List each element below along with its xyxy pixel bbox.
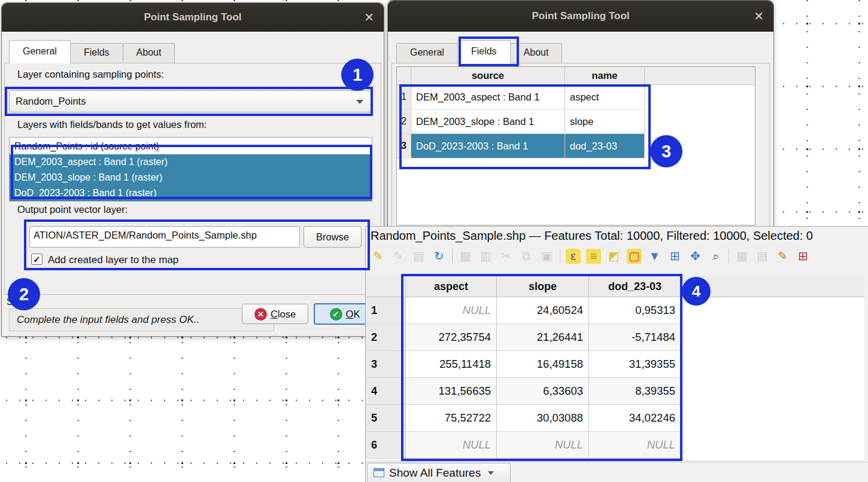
select-by-expression-icon[interactable]: ε xyxy=(566,249,581,264)
layer-list-item[interactable]: DEM_2003_slope : Band 1 (raster) xyxy=(10,170,372,185)
tab-fields[interactable]: Fields xyxy=(457,40,511,63)
dialog-title: Point Sampling Tool xyxy=(532,10,629,22)
row-number[interactable]: 4 xyxy=(366,378,406,405)
row-number[interactable]: 1 xyxy=(397,85,411,109)
pan-to-selection-icon[interactable]: ✥ xyxy=(688,249,703,264)
status-message: Complete the input fields and press OK.. xyxy=(9,308,274,331)
fields-table-row[interactable]: 2DEM_2003_slope : Band 1slope xyxy=(397,109,755,134)
value-cell[interactable]: 30,03088 xyxy=(497,405,589,432)
layer-list-item[interactable]: DoD_2023-2003 : Band 1 (raster) xyxy=(10,185,372,201)
layers-listbox: Random_Points : id (source point)DEM_200… xyxy=(9,137,372,202)
name-cell[interactable]: aspect xyxy=(565,85,645,109)
ok-green-icon: ✓ xyxy=(330,308,342,321)
output-path-input[interactable]: ATION/ASTER_DEM/Random_Points_Sample.shp xyxy=(29,226,300,248)
add-layer-checkbox[interactable]: ✓ xyxy=(31,254,43,265)
status-label: Status: xyxy=(7,297,37,307)
attribute-table-toolbar: ✎✎▤↻▦▥✂⧉▣ε≡◩▢▼⊞✥⌕▦▤✎⊞ xyxy=(371,246,811,266)
sampling-layer-combo[interactable]: Random_Points xyxy=(9,90,371,112)
fields-table-row[interactable]: 3DoD_2023-2003 : Band 1dod_23-03 xyxy=(397,134,755,158)
value-cell[interactable]: 34,02246 xyxy=(589,405,681,432)
tab-fields[interactable]: Fields xyxy=(70,43,123,63)
filter-icon[interactable]: ▼ xyxy=(647,249,662,264)
row-number[interactable]: 5 xyxy=(366,405,406,432)
fields-table-header: source name xyxy=(397,67,755,85)
field-calculator-icon[interactable]: ⊞ xyxy=(796,249,811,264)
paste-icon: ▣ xyxy=(539,249,554,264)
layer-list-item[interactable]: Random_Points : id (source point) xyxy=(10,139,372,154)
dialog-title: Point Sampling Tool xyxy=(144,11,241,23)
show-all-features-button[interactable]: Show All Features xyxy=(367,463,511,482)
tab-about[interactable]: About xyxy=(123,43,175,63)
tab-general[interactable]: General xyxy=(396,43,458,63)
value-cell[interactable]: 131,56635 xyxy=(406,378,497,405)
value-cell[interactable]: 16,49158 xyxy=(497,351,589,378)
value-cell[interactable]: 8,39355 xyxy=(589,378,681,405)
close-button[interactable]: ✕ Close xyxy=(242,304,308,324)
dialog-titlebar[interactable]: Point Sampling Tool ✕ xyxy=(388,1,773,32)
close-icon[interactable]: ✕ xyxy=(754,10,764,22)
deselect-all-icon[interactable]: ▢ xyxy=(627,249,642,264)
column-header-aspect[interactable]: aspect xyxy=(406,276,497,297)
save-edits-icon: ▤ xyxy=(411,249,426,264)
toolbar-separator xyxy=(452,249,453,263)
attribute-table-row[interactable]: 2272,3575421,26441-5,71484 xyxy=(366,324,864,351)
attribute-table-bottombar: Show All Features xyxy=(366,462,868,482)
open-field-form-icon[interactable]: ✎ xyxy=(775,249,790,264)
column-header-slope[interactable]: slope xyxy=(497,276,589,297)
attribute-table-header: aspect slope dod_23-03 xyxy=(366,276,864,297)
invert-selection-icon[interactable]: ◩ xyxy=(606,249,621,264)
attribute-table: aspect slope dod_23-03 1NULL24,605240,95… xyxy=(366,276,864,460)
add-layer-checkbox-label: Add created layer to the map xyxy=(48,254,178,266)
delete-selected-icon: ▥ xyxy=(478,249,493,264)
table-icon xyxy=(374,468,384,477)
toolbar-separator xyxy=(560,249,560,263)
fields-table-row[interactable]: 1DEM_2003_aspect : Band 1aspect xyxy=(397,85,755,109)
value-cell[interactable]: 21,26441 xyxy=(497,324,589,351)
value-cell[interactable]: 255,11418 xyxy=(406,351,497,378)
zoom-to-selection-icon[interactable]: ⌕ xyxy=(708,249,723,264)
value-cell[interactable]: 24,60524 xyxy=(497,297,589,324)
value-cell[interactable]: 31,39355 xyxy=(589,351,681,378)
row-number[interactable]: 2 xyxy=(366,324,406,351)
dialog-titlebar[interactable]: Point Sampling Tool ✕ xyxy=(2,3,384,32)
fields-table: source name 1DEM_2003_aspect : Band 1asp… xyxy=(396,66,755,225)
row-number[interactable]: 2 xyxy=(397,109,411,134)
attribute-table-row[interactable]: 575,5272230,0308834,02246 xyxy=(366,405,864,432)
value-cell[interactable]: NULL xyxy=(589,432,681,459)
layer-list-item[interactable]: DEM_2003_aspect : Band 1 (raster) xyxy=(10,154,372,170)
value-cell[interactable]: 272,35754 xyxy=(406,324,497,351)
value-cell[interactable]: -5,71484 xyxy=(589,324,681,351)
name-cell[interactable]: dod_23-03 xyxy=(565,134,645,158)
toolbar-separator xyxy=(729,249,729,263)
move-selection-to-top-icon[interactable]: ⊞ xyxy=(667,249,682,264)
tabbar: GeneralFieldsAbout xyxy=(396,39,562,63)
refresh-icon[interactable]: ↻ xyxy=(432,249,447,264)
attribute-table-row[interactable]: 3255,1141816,4915831,39355 xyxy=(366,351,864,378)
column-header-source: source xyxy=(411,67,565,84)
close-icon[interactable]: ✕ xyxy=(364,11,374,23)
name-cell[interactable]: slope xyxy=(565,109,645,134)
toggle-editing-icon[interactable]: ✎ xyxy=(371,249,386,264)
row-number[interactable]: 6 xyxy=(366,432,406,459)
value-cell[interactable]: NULL xyxy=(406,432,497,459)
value-cell[interactable]: 6,33603 xyxy=(497,378,589,405)
source-cell[interactable]: DEM_2003_aspect : Band 1 xyxy=(411,85,565,109)
delete-field-icon: ▤ xyxy=(755,249,770,264)
value-cell[interactable]: 0,95313 xyxy=(589,297,681,324)
attribute-table-row[interactable]: 4131,566356,336038,39355 xyxy=(366,378,864,405)
row-number[interactable]: 3 xyxy=(397,134,411,158)
browse-button[interactable]: Browse xyxy=(304,226,362,248)
tab-general[interactable]: General xyxy=(9,40,71,63)
value-cell[interactable]: 75,52722 xyxy=(406,405,497,432)
attribute-table-row[interactable]: 1NULL24,605240,95313 xyxy=(366,297,864,324)
column-header-dod[interactable]: dod_23-03 xyxy=(589,276,681,297)
tab-about[interactable]: About xyxy=(510,43,563,63)
source-cell[interactable]: DEM_2003_slope : Band 1 xyxy=(411,109,565,134)
value-cell[interactable]: NULL xyxy=(406,297,497,324)
select-all-icon[interactable]: ≡ xyxy=(586,249,601,264)
value-cell[interactable]: NULL xyxy=(497,432,589,459)
source-cell[interactable]: DoD_2023-2003 : Band 1 xyxy=(411,134,565,158)
row-number[interactable]: 1 xyxy=(366,297,406,324)
row-number[interactable]: 3 xyxy=(366,351,406,378)
attribute-table-row[interactable]: 6NULLNULLNULL xyxy=(366,432,864,459)
